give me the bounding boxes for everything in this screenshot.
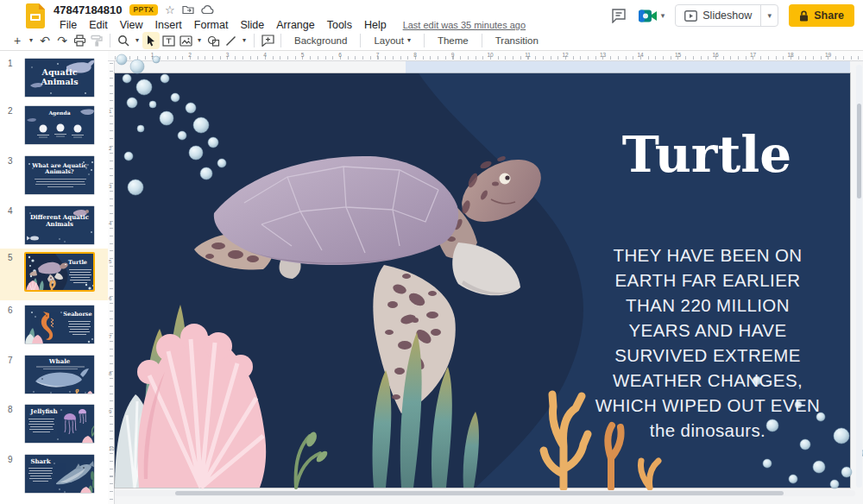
transition-button[interactable]: Transition [487,32,547,49]
slide-row-1[interactable]: 1 Aquatic Animals [0,58,108,107]
slide-number: 9 [8,455,13,464]
insert-shape-button[interactable] [205,32,222,49]
document-title[interactable]: 47847184810 [54,3,123,16]
print-button[interactable] [71,32,88,49]
slide-row-6[interactable]: 6 Seahorse [0,305,108,354]
slide-title-textbox[interactable]: Turtle [581,125,833,184]
lock-icon [799,10,809,22]
background-button[interactable]: Background [286,32,356,49]
slide-row-5-selected[interactable]: 5 [0,249,108,300]
menu-edit[interactable]: Edit [83,19,114,31]
horizontal-scrollbar[interactable] [115,490,855,496]
slide-body-line: SURVIVED EXTREME [585,343,830,368]
zoom-caret[interactable]: ▾ [132,32,142,49]
slide-row-9[interactable]: 9 Shark [0,454,108,503]
slide-thumbnail-4[interactable]: Different Aquatic Animals [24,205,95,245]
v-ruler-number: 1 [109,109,111,114]
h-ruler-number: 16 [712,52,718,58]
menu-help[interactable]: Help [358,19,393,31]
slide-thumbnail-5[interactable]: Turtle [24,252,95,292]
h-ruler-number: 17 [750,52,756,58]
v-ruler-number: 4 [109,221,111,226]
insert-line-caret[interactable]: ▾ [239,32,249,49]
select-tool-button[interactable] [142,32,160,49]
comment-history-icon[interactable] [611,8,627,23]
vertical-scrollbar[interactable] [856,65,862,488]
v-ruler-number: 9 [109,409,111,414]
layout-button[interactable]: Layout▾ [365,32,419,49]
new-slide-button[interactable]: + [9,32,26,49]
slide-number: 4 [8,206,13,216]
cloud-status-icon[interactable] [201,5,214,15]
slide-thumbnail-1[interactable]: Aquatic Animals [24,58,95,98]
share-button[interactable]: Share [789,4,854,27]
slide-thumbnail-3[interactable]: What are Aquatic Animals? [24,155,95,195]
menu-insert[interactable]: Insert [149,19,188,31]
slideshow-play-icon [684,10,697,22]
v-ruler-number: 10 [109,446,115,451]
redo-button[interactable]: ↷ [54,32,71,49]
file-type-badge: PPTX [129,4,158,16]
move-folder-icon[interactable] [182,4,194,15]
insert-image-button[interactable] [177,32,194,49]
slide-row-4[interactable]: 4 Different Aquatic Animals [0,205,108,255]
slide-body-text[interactable]: THEY HAVE BEEN ONEARTH FAR EARLIERTHAN 2… [585,243,830,443]
horizontal-scrollbar-thumb[interactable] [175,491,784,495]
h-ruler-number: 8 [413,52,417,58]
slide-row-3[interactable]: 3 What are Aquatic Anim [0,155,108,205]
h-ruler-number: 10 [487,52,493,58]
menu-format[interactable]: Format [188,19,235,31]
h-ruler: 12345678910111213141516171819 [108,51,863,61]
slides-logo[interactable] [26,3,45,28]
slide-thumbnail-8[interactable]: Jellyfish [24,404,95,444]
slide-canvas-area: 12345678910111213141516171819 1234567891… [108,51,863,504]
new-slide-caret[interactable]: ▾ [26,32,36,49]
thumbnail-art [25,206,95,245]
slide-thumbnail-7[interactable]: Whale [24,355,95,394]
meet-presentation-control[interactable]: ▾ [638,8,665,24]
menu-file[interactable]: File [54,19,83,31]
undo-button[interactable]: ↶ [36,32,54,49]
vertical-scrollbar-thumb[interactable] [857,104,861,198]
slide-thumbnail-2[interactable]: Agenda [24,105,95,145]
h-ruler-number: 11 [525,52,531,58]
slideshow-button[interactable]: Slideshow [676,5,760,26]
h-ruler-number: 5 [301,52,305,58]
meet-icon [638,8,658,24]
slide-row-7[interactable]: 7 Whale [0,355,108,404]
insert-line-button[interactable] [222,32,239,49]
slide-number: 5 [8,253,13,262]
v-ruler-number: 6 [109,296,111,301]
orange-coral [544,394,588,488]
slide-body-line: WHICH WIPED OUT EVEN [585,393,830,418]
current-slide[interactable]: Turtle THEY HAVE BEEN ONEARTH FAR EARLIE… [115,73,850,488]
slide-thumbnail-6[interactable]: Seahorse [24,305,95,344]
menu-arrange[interactable]: Arrange [270,19,320,31]
last-edit-link[interactable]: Last edit was 35 minutes ago [403,20,526,30]
insert-comment-button[interactable] [259,32,276,49]
slide-row-2[interactable]: 2 Agenda [0,105,108,154]
canvas-highlight-strip [406,61,850,73]
menu-tools[interactable]: Tools [321,19,358,31]
insert-image-caret[interactable]: ▾ [194,32,205,49]
star-icon[interactable]: ☆ [165,4,175,16]
menu-slide[interactable]: Slide [234,19,270,31]
theme-button[interactable]: Theme [429,32,477,49]
v-ruler-number: 2 [109,146,111,151]
slide-body-line: THAN 220 MILLION [585,293,830,318]
meet-caret-icon[interactable]: ▾ [661,11,665,20]
topbar: 47847184810 PPTX ☆ FileEditViewInsertFor… [0,0,863,31]
slide-thumbnail-9[interactable]: Shark [24,454,95,494]
text-box-button[interactable] [160,32,177,49]
paint-format-button[interactable] [88,32,105,49]
zoom-button[interactable] [115,32,132,49]
slide-number: 3 [8,156,13,166]
h-ruler-number: 13 [600,52,606,58]
slide-row-8[interactable]: 8 Jellyfish [0,404,108,453]
workspace: 1 Aquatic Animals 2 [0,51,863,504]
slide-body-line: EARTH FAR EARLIER [585,268,830,293]
thumbnail-art [25,306,95,344]
menu-view[interactable]: View [114,19,149,31]
slideshow-caret[interactable]: ▾ [760,5,778,26]
h-ruler-number: 6 [338,52,342,58]
